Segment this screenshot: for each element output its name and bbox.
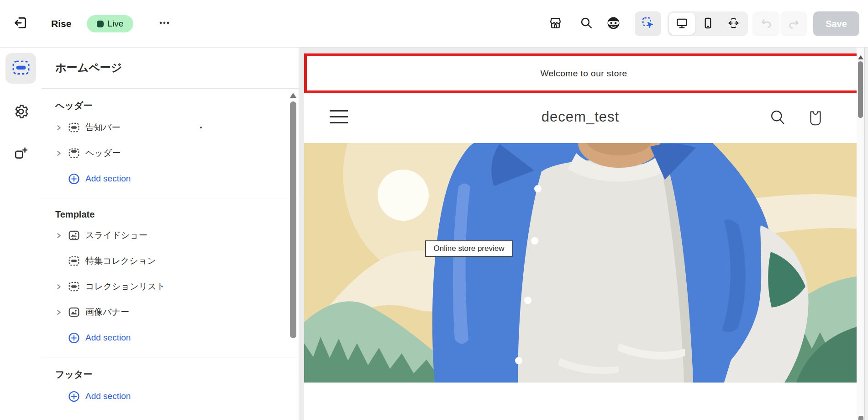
group-heading: ヘッダー — [42, 92, 299, 115]
sidebar-scrollbar[interactable] — [290, 101, 296, 338]
add-circle-icon — [68, 390, 80, 403]
sidebar-section-row[interactable]: スライドショー — [42, 223, 299, 248]
panel-preview-gap — [299, 48, 304, 420]
announcement-bar-section[interactable]: Welcome to our store — [304, 53, 863, 93]
settings-gear-icon — [13, 103, 29, 122]
chevron-right-icon[interactable] — [55, 283, 65, 290]
announcement-text: Welcome to our store — [540, 69, 627, 79]
incognito-icon — [606, 16, 621, 32]
add-section-button[interactable]: Add section — [42, 325, 299, 351]
window-edge — [865, 48, 868, 420]
preview-scrollbar-bottom-thumb[interactable] — [858, 416, 863, 420]
fullscreen-icon — [727, 16, 740, 32]
image-banner-icon — [68, 306, 80, 318]
cursor-dot — [200, 127, 202, 128]
fullscreen-view-button[interactable] — [721, 13, 747, 35]
live-label: Live — [108, 19, 124, 29]
storefront-header: decem_test — [304, 93, 857, 143]
section-label: Add section — [85, 391, 131, 401]
add-section-button[interactable]: Add section — [42, 383, 299, 409]
theme-name: Rise — [51, 17, 71, 30]
save-button[interactable]: Save — [813, 11, 859, 36]
storefront-search-icon[interactable] — [769, 109, 786, 128]
redo-icon — [788, 17, 800, 30]
inspect-section-button[interactable] — [635, 11, 661, 36]
section-label: Add section — [85, 333, 131, 343]
section-icon — [68, 122, 80, 133]
add-circle-icon — [68, 173, 80, 185]
app-embeds-icon — [14, 146, 28, 163]
topbar: Rise Live — [0, 0, 868, 48]
device-preview-toggle — [668, 11, 748, 36]
rail-sections-tab[interactable] — [5, 53, 36, 84]
online-store-preview-tooltip: Online store preview — [425, 240, 513, 257]
sections-panel: ホームページ ヘッダー告知バーヘッダーAdd sectionTemplateスラ… — [42, 48, 299, 420]
exit-icon — [13, 15, 28, 32]
desktop-view-button[interactable] — [669, 13, 695, 35]
overflow-menu-button[interactable] — [152, 11, 177, 36]
online-store-button[interactable] — [542, 11, 568, 36]
sidebar-section-row[interactable]: コレクションリスト — [42, 274, 299, 299]
sidebar-section-row[interactable]: ヘッダー — [42, 140, 299, 166]
preview-as-customer-button[interactable] — [600, 11, 626, 36]
undo-button[interactable] — [752, 11, 779, 36]
sections-icon — [12, 59, 30, 78]
rail-theme-settings-tab[interactable] — [5, 97, 36, 128]
redo-button[interactable] — [780, 11, 807, 36]
overflow-menu-icon — [158, 16, 171, 31]
inspector-icon — [642, 16, 654, 31]
section-label: Add section — [85, 174, 131, 184]
add-circle-icon — [68, 332, 80, 344]
preview-scrollbar-thumb[interactable] — [858, 61, 863, 118]
add-section-button[interactable]: Add section — [42, 166, 299, 191]
search-button[interactable] — [573, 11, 599, 36]
online-store-preview: Welcome to our store decem_test — [304, 48, 868, 420]
header-section-icon — [68, 147, 80, 159]
section-label: ヘッダー — [85, 147, 121, 159]
left-icon-rail — [0, 48, 42, 420]
section-groups: ヘッダー告知バーヘッダーAdd sectionTemplateスライドショー特集… — [42, 89, 299, 415]
group-heading: Template — [42, 202, 299, 223]
hero-illustration — [304, 143, 857, 383]
sidebar-section-row[interactable]: 告知バー — [42, 115, 299, 140]
chevron-right-icon[interactable] — [55, 150, 65, 157]
rail-app-embeds-tab[interactable] — [5, 139, 36, 170]
preview-scroll-up-arrow[interactable] — [858, 55, 863, 59]
chevron-right-icon[interactable] — [55, 232, 65, 239]
section-label: コレクションリスト — [85, 281, 165, 292]
image-banner-section[interactable] — [304, 143, 857, 383]
exit-editor-button[interactable] — [8, 11, 33, 36]
section-group: フッターAdd section — [42, 357, 299, 415]
undo-icon — [760, 16, 773, 31]
section-label: 特集コレクション — [85, 255, 156, 267]
slideshow-icon — [68, 229, 80, 241]
preview-scrollbar-track[interactable] — [857, 48, 865, 420]
history-controls — [752, 11, 807, 36]
page-title: ホームページ — [42, 48, 299, 88]
section-label: 画像バナー — [85, 306, 129, 318]
live-dot-icon — [97, 21, 104, 27]
search-icon — [579, 16, 593, 32]
chevron-right-icon[interactable] — [55, 124, 65, 131]
sidebar-section-row[interactable]: 画像バナー — [42, 299, 299, 325]
store-icon — [548, 16, 563, 32]
section-group: Templateスライドショー特集コレクションコレクションリスト画像バナーAdd… — [42, 198, 299, 357]
live-status-badge: Live — [87, 15, 133, 32]
mobile-icon — [701, 16, 715, 32]
chevron-right-icon[interactable] — [55, 309, 65, 316]
section-label: スライドショー — [85, 229, 147, 241]
section-icon — [68, 281, 80, 292]
storefront-cart-icon[interactable] — [806, 109, 825, 129]
section-icon — [68, 255, 80, 267]
sidebar-section-row[interactable]: 特集コレクション — [42, 248, 299, 274]
section-group: ヘッダー告知バーヘッダーAdd section — [42, 89, 299, 198]
section-label: 告知バー — [85, 122, 120, 133]
mobile-view-button[interactable] — [695, 13, 721, 35]
desktop-icon — [675, 16, 689, 32]
group-heading: フッター — [42, 361, 299, 383]
sidebar-scroll-up-arrow[interactable] — [290, 93, 296, 98]
